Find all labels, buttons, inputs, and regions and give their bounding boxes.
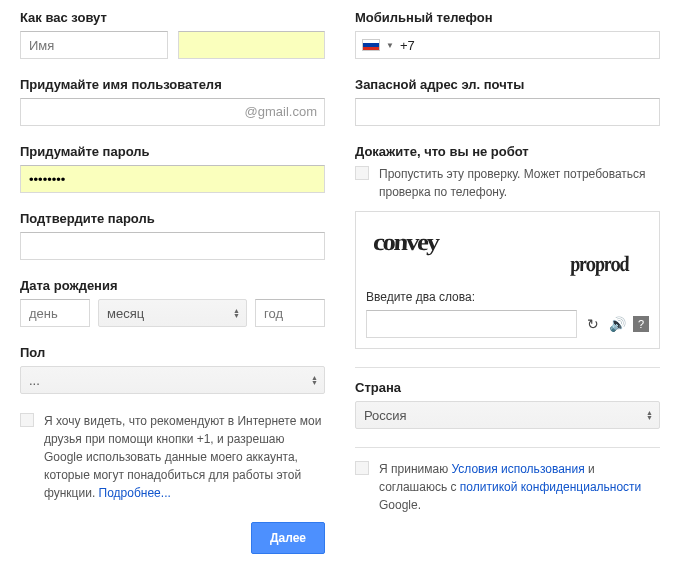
skip-verification-checkbox[interactable] [355,166,369,180]
learn-more-link[interactable]: Подробнее... [99,486,171,500]
help-icon[interactable]: ? [633,316,649,332]
last-name-input[interactable] [178,31,326,59]
robot-group: Докажите, что вы не робот Пропустить эту… [355,144,660,349]
divider [355,367,660,368]
country-group: Страна Россия ▲▼ [355,380,660,429]
dob-month-select[interactable]: месяц ▲▼ [98,299,247,327]
select-arrows-icon: ▲▼ [646,410,653,420]
password-input[interactable] [20,165,325,193]
gender-select[interactable]: ... ▲▼ [20,366,325,394]
recovery-email-input[interactable] [355,98,660,126]
plusone-checkbox[interactable] [20,413,34,427]
right-column: Мобильный телефон ▼ +7 Запасной адрес эл… [355,10,660,554]
captcha-prompt: Введите два слова: [366,290,649,304]
phone-prefix: +7 [400,38,415,53]
tos-link[interactable]: Условия использования [451,462,584,476]
dob-day-input[interactable] [20,299,90,327]
password-label: Придумайте пароль [20,144,325,159]
password-group: Придумайте пароль [20,144,325,193]
gender-label: Пол [20,345,325,360]
captcha-box: convey proprod Введите два слова: ↻ 🔊 ? [355,211,660,349]
skip-verification-text: Пропустить эту проверку. Может потребова… [379,165,660,201]
phone-group: Мобильный телефон ▼ +7 [355,10,660,59]
username-group: Придумайте имя пользователя @gmail.com [20,77,325,126]
audio-icon[interactable]: 🔊 [609,316,625,332]
tos-checkbox[interactable] [355,461,369,475]
captcha-input[interactable] [366,310,577,338]
first-name-input[interactable] [20,31,168,59]
dob-label: Дата рождения [20,278,325,293]
recovery-email-label: Запасной адрес эл. почты [355,77,660,92]
country-label: Страна [355,380,660,395]
divider [355,447,660,448]
country-value: Россия [364,408,407,423]
select-arrows-icon: ▲▼ [311,375,318,385]
dob-month-value: месяц [107,306,144,321]
left-column: Как вас зовут Придумайте имя пользовател… [20,10,325,554]
name-label: Как вас зовут [20,10,325,25]
dob-year-input[interactable] [255,299,325,327]
confirm-password-label: Подтвердите пароль [20,211,325,226]
plusone-text: Я хочу видеть, что рекомендуют в Интерне… [44,412,325,502]
refresh-icon[interactable]: ↻ [585,316,601,332]
confirm-password-input[interactable] [20,232,325,260]
recovery-email-group: Запасной адрес эл. почты [355,77,660,126]
flag-russia-icon [362,39,380,51]
tos-row: Я принимаю Условия использования и согла… [355,460,660,514]
username-input[interactable] [20,98,325,126]
privacy-link[interactable]: политикой конфиденциальности [460,480,641,494]
gender-group: Пол ... ▲▼ [20,345,325,394]
country-select[interactable]: Россия ▲▼ [355,401,660,429]
next-button[interactable]: Далее [251,522,325,554]
robot-label: Докажите, что вы не робот [355,144,660,159]
gender-value: ... [29,373,40,388]
tos-text: Я принимаю Условия использования и согла… [379,460,660,514]
chevron-down-icon[interactable]: ▼ [386,41,394,50]
dob-group: Дата рождения месяц ▲▼ [20,278,325,327]
confirm-password-group: Подтвердите пароль [20,211,325,260]
username-label: Придумайте имя пользователя [20,77,325,92]
name-group: Как вас зовут [20,10,325,59]
select-arrows-icon: ▲▼ [233,308,240,318]
phone-input-wrap[interactable]: ▼ +7 [355,31,660,59]
phone-label: Мобильный телефон [355,10,660,25]
captcha-image: convey proprod [366,222,649,282]
plusone-row: Я хочу видеть, что рекомендуют в Интерне… [20,412,325,502]
